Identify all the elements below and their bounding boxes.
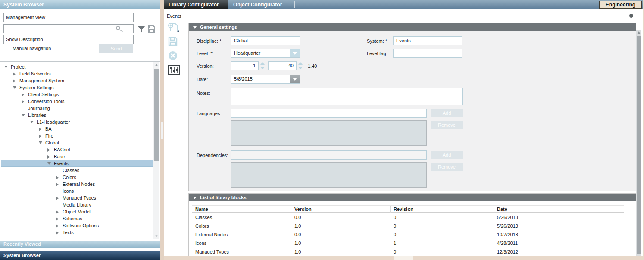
tree-item-fire[interactable]: Fire	[1, 132, 153, 139]
tree-item-schemas[interactable]: Schemas	[1, 215, 153, 222]
tree-item-object-model[interactable]: Object Model	[1, 208, 153, 215]
dependencies-remove-button[interactable]: Remove	[431, 163, 463, 171]
expand-icon[interactable]	[47, 147, 52, 153]
dependencies-add-button[interactable]: Add	[431, 151, 463, 159]
send-button[interactable]: Send	[99, 44, 133, 53]
table-row-external-nodes[interactable]: External Nodes0.0010/7/2013	[192, 230, 624, 239]
expand-icon[interactable]	[56, 222, 60, 229]
expand-icon[interactable]	[13, 78, 17, 85]
tree-item-software-options[interactable]: Software Options	[1, 222, 153, 229]
tab-library-configurator[interactable]: Library Configurator	[164, 0, 228, 9]
save-filter-icon[interactable]	[148, 25, 155, 33]
tree-item-journaling[interactable]: Journaling	[1, 105, 153, 112]
tree-item-conversion-tools[interactable]: Conversion Tools	[1, 98, 153, 105]
discipline-field[interactable]: Global	[231, 36, 300, 45]
panel-splitter[interactable]	[160, 0, 164, 260]
version-minor-spin-icons[interactable]	[298, 61, 303, 70]
tree-item-icons[interactable]: Icons	[1, 188, 153, 194]
pin-icon[interactable]	[625, 14, 633, 18]
collapse-icon[interactable]	[22, 112, 26, 119]
languages-listbox[interactable]	[231, 120, 427, 146]
dependencies-dropdown[interactable]	[231, 150, 427, 160]
system-browser-bottom-bar[interactable]: System Browser	[0, 251, 160, 260]
tree-item-external-nodes[interactable]: External Nodes	[1, 181, 153, 188]
search-input[interactable]	[3, 24, 134, 33]
chevron-down-icon[interactable]	[123, 13, 133, 22]
tree-item-field-networks[interactable]: Field Networks	[1, 70, 153, 77]
filter-settings-icon[interactable]	[168, 65, 181, 75]
tree-item-libraries[interactable]: Libraries	[1, 112, 153, 119]
collapse-section-icon[interactable]	[193, 197, 197, 199]
bottom-splitter-handle[interactable]	[394, 256, 413, 260]
tree-item-base[interactable]: Base	[1, 153, 153, 160]
column-header-date[interactable]: Date	[494, 206, 594, 213]
collapse-icon[interactable]	[13, 85, 17, 91]
tree-item-texts[interactable]: Texts	[1, 229, 153, 236]
scrollbar-thumb[interactable]	[154, 69, 159, 161]
expand-icon[interactable]	[56, 174, 60, 181]
expand-icon[interactable]	[22, 98, 26, 105]
table-row-classes[interactable]: Classes0.005/26/2013	[192, 213, 624, 222]
version-major-spin-icons[interactable]	[260, 61, 265, 70]
table-row-managed-types[interactable]: Managed Types1.0012/3/2012	[192, 247, 624, 256]
expand-icon[interactable]	[47, 153, 52, 160]
save-icon[interactable]	[168, 37, 181, 47]
import-library-icon[interactable]	[168, 22, 181, 33]
filter-icon[interactable]	[138, 26, 145, 33]
expand-icon[interactable]	[56, 209, 60, 216]
library-blocks-header[interactable]: List of library blocks	[189, 194, 636, 201]
expand-icon[interactable]	[13, 71, 17, 78]
languages-input[interactable]	[231, 109, 427, 118]
tree-item-client-settings[interactable]: Client Settings	[1, 91, 153, 98]
general-settings-header[interactable]: General settings	[189, 23, 636, 31]
level-tag-field[interactable]	[393, 49, 462, 58]
table-row-colors[interactable]: Colors1.005/26/2013	[192, 222, 624, 230]
tab-object-configurator[interactable]: Object Configurator	[228, 0, 294, 9]
view-selector-dropdown[interactable]: Management View	[3, 13, 134, 22]
dependencies-listbox[interactable]	[231, 162, 427, 188]
column-header-revision[interactable]: Revision	[391, 206, 494, 213]
collapse-icon[interactable]	[47, 161, 52, 167]
collapse-section-icon[interactable]	[193, 26, 197, 29]
engineering-button[interactable]: Engineering	[599, 1, 642, 9]
scroll-up-icon[interactable]	[637, 31, 641, 34]
recently-viewed-bar[interactable]: Recently Viewed	[0, 241, 160, 248]
scroll-up-icon[interactable]	[155, 64, 158, 66]
column-header-name[interactable]: Name	[192, 206, 291, 213]
tree-item-ba[interactable]: BA	[1, 125, 153, 132]
system-field[interactable]: Events	[393, 36, 462, 45]
version-major-spinner[interactable]: 1	[231, 61, 259, 70]
tree-scrollbar[interactable]	[153, 62, 159, 239]
tree-item-l1-headquarter[interactable]: L1-Headquarter	[1, 119, 153, 125]
tree-item-bacnet[interactable]: BACnet	[1, 146, 153, 153]
languages-add-button[interactable]: Add	[431, 109, 463, 117]
expand-icon[interactable]	[39, 133, 43, 140]
tree-item-media-library[interactable]: Media Library	[1, 201, 153, 208]
expand-icon[interactable]	[56, 216, 60, 222]
display-mode-dropdown[interactable]: Show Description	[3, 35, 134, 44]
content-scrollbar[interactable]	[636, 30, 641, 260]
expand-icon[interactable]	[39, 126, 43, 133]
chevron-down-icon[interactable]	[290, 75, 300, 83]
languages-remove-button[interactable]: Remove	[431, 121, 463, 129]
scrollbar-thumb[interactable]	[637, 36, 641, 254]
chevron-down-icon[interactable]	[123, 25, 133, 33]
scroll-down-icon[interactable]	[155, 235, 158, 237]
level-dropdown[interactable]: Headquarter	[231, 49, 300, 58]
tree-item-system-settings[interactable]: System Settings	[1, 84, 153, 91]
collapse-icon[interactable]	[39, 140, 43, 147]
collapse-icon[interactable]	[30, 119, 34, 126]
version-minor-spinner[interactable]: 40	[268, 61, 297, 70]
expand-icon[interactable]	[56, 181, 60, 188]
delete-icon[interactable]	[168, 51, 181, 61]
column-header-version[interactable]: Version	[291, 206, 391, 213]
splitter-handle[interactable]	[161, 122, 163, 139]
tree-item-events[interactable]: Events	[1, 160, 153, 167]
tree-item-global[interactable]: Global	[1, 139, 153, 146]
expand-icon[interactable]	[56, 195, 60, 202]
tree-item-management-system[interactable]: Management System	[1, 77, 153, 84]
expand-icon[interactable]	[22, 91, 26, 98]
tree-item-project[interactable]: Project	[1, 63, 153, 70]
notes-textarea[interactable]	[231, 88, 463, 105]
tree-item-colors[interactable]: Colors	[1, 174, 153, 181]
